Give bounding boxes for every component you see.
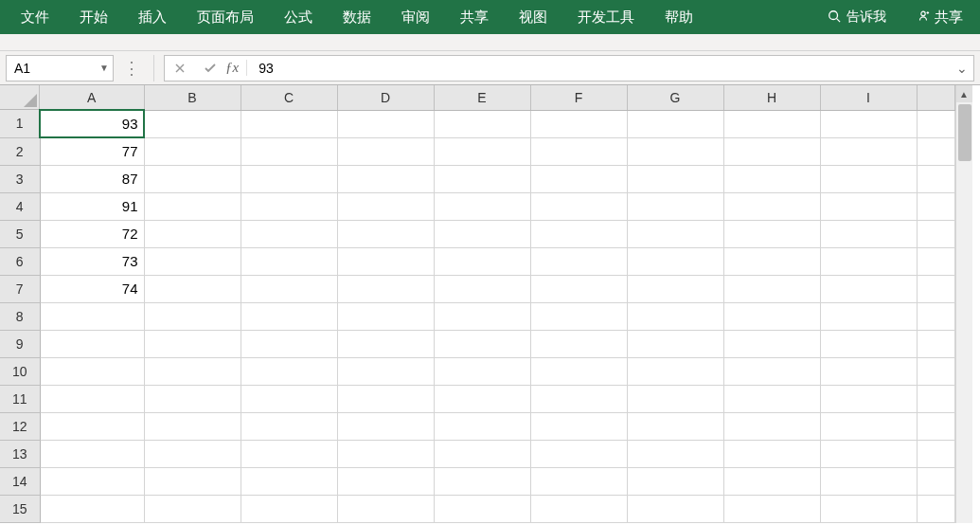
cell-E7[interactable]	[434, 275, 530, 302]
cell-I13[interactable]	[820, 440, 917, 467]
column-header-B[interactable]: B	[144, 85, 241, 110]
column-header-I[interactable]: I	[820, 85, 917, 110]
row-header-6[interactable]: 6	[0, 247, 40, 275]
cell-C15[interactable]	[241, 495, 337, 522]
cell-H3[interactable]	[723, 165, 820, 192]
cell-extra-3[interactable]	[917, 165, 954, 192]
cell-E1[interactable]	[434, 110, 530, 137]
cell-B2[interactable]	[144, 137, 241, 165]
spreadsheet-grid[interactable]: A B C D E F G H I 1932773874915726737748…	[0, 85, 955, 523]
cell-I6[interactable]	[820, 247, 917, 275]
cell-H6[interactable]	[723, 247, 820, 275]
tab-insert[interactable]: 插入	[123, 0, 182, 34]
cell-C3[interactable]	[241, 165, 337, 192]
cell-extra-8[interactable]	[917, 302, 954, 330]
column-header-extra[interactable]	[917, 85, 954, 110]
row-header-8[interactable]: 8	[0, 302, 40, 330]
cell-G8[interactable]	[627, 302, 723, 330]
cell-F4[interactable]	[530, 192, 627, 220]
cell-H11[interactable]	[723, 385, 820, 412]
column-header-D[interactable]: D	[337, 85, 434, 110]
name-box[interactable]: A1 ▼	[6, 55, 114, 81]
fx-icon[interactable]: ƒx	[225, 60, 247, 76]
cell-F11[interactable]	[530, 385, 627, 412]
cell-C14[interactable]	[241, 467, 337, 495]
cell-G9[interactable]	[627, 330, 723, 357]
row-header-4[interactable]: 4	[0, 192, 40, 220]
cell-B7[interactable]	[144, 275, 241, 302]
cell-D6[interactable]	[337, 247, 434, 275]
cell-C6[interactable]	[241, 247, 337, 275]
cell-G7[interactable]	[627, 275, 723, 302]
cell-A13[interactable]	[40, 440, 144, 467]
row-header-7[interactable]: 7	[0, 275, 40, 302]
tab-formulas[interactable]: 公式	[269, 0, 328, 34]
row-header-14[interactable]: 14	[0, 467, 40, 495]
chevron-down-icon[interactable]: ▼	[99, 63, 109, 73]
tab-data[interactable]: 数据	[328, 0, 386, 34]
cell-D12[interactable]	[337, 412, 434, 440]
cell-B1[interactable]	[144, 110, 241, 137]
cell-E8[interactable]	[434, 302, 530, 330]
column-header-C[interactable]: C	[241, 85, 337, 110]
tab-view[interactable]: 视图	[504, 0, 562, 34]
cell-G3[interactable]	[627, 165, 723, 192]
cell-C13[interactable]	[241, 440, 337, 467]
row-header-10[interactable]: 10	[0, 357, 40, 385]
cell-C9[interactable]	[241, 330, 337, 357]
cell-A5[interactable]: 72	[40, 220, 144, 247]
tab-help[interactable]: 帮助	[650, 0, 708, 34]
cell-C12[interactable]	[241, 412, 337, 440]
column-header-F[interactable]: F	[530, 85, 627, 110]
tab-developer[interactable]: 开发工具	[562, 0, 650, 34]
cell-F10[interactable]	[530, 357, 627, 385]
cell-C4[interactable]	[241, 192, 337, 220]
column-header-G[interactable]: G	[627, 85, 723, 110]
cell-G11[interactable]	[627, 385, 723, 412]
tab-share-tab[interactable]: 共享	[445, 0, 504, 34]
cell-extra-13[interactable]	[917, 440, 954, 467]
cell-E4[interactable]	[434, 192, 530, 220]
cell-B3[interactable]	[144, 165, 241, 192]
cell-H4[interactable]	[723, 192, 820, 220]
cell-C10[interactable]	[241, 357, 337, 385]
cell-extra-1[interactable]	[917, 110, 954, 137]
cell-A10[interactable]	[40, 357, 144, 385]
cell-I10[interactable]	[820, 357, 917, 385]
cell-extra-7[interactable]	[917, 275, 954, 302]
cell-F5[interactable]	[530, 220, 627, 247]
cell-extra-5[interactable]	[917, 220, 954, 247]
cell-extra-14[interactable]	[917, 467, 954, 495]
cell-E3[interactable]	[434, 165, 530, 192]
cell-extra-2[interactable]	[917, 137, 954, 165]
cell-C5[interactable]	[241, 220, 337, 247]
cell-F9[interactable]	[530, 330, 627, 357]
cell-C11[interactable]	[241, 385, 337, 412]
cell-G12[interactable]	[627, 412, 723, 440]
enter-formula-button[interactable]	[195, 56, 225, 81]
cell-H12[interactable]	[723, 412, 820, 440]
cancel-formula-button[interactable]	[165, 56, 195, 81]
cell-G1[interactable]	[627, 110, 723, 137]
cell-A3[interactable]: 87	[40, 165, 144, 192]
row-header-2[interactable]: 2	[0, 137, 40, 165]
row-header-12[interactable]: 12	[0, 412, 40, 440]
cell-H14[interactable]	[723, 467, 820, 495]
cell-D4[interactable]	[337, 192, 434, 220]
cell-C1[interactable]	[241, 110, 337, 137]
formula-input[interactable]	[255, 61, 951, 76]
cell-E2[interactable]	[434, 137, 530, 165]
cell-I12[interactable]	[820, 412, 917, 440]
cell-D14[interactable]	[337, 467, 434, 495]
cell-H5[interactable]	[723, 220, 820, 247]
cell-B11[interactable]	[144, 385, 241, 412]
cell-A2[interactable]: 77	[40, 137, 144, 165]
cell-E10[interactable]	[434, 357, 530, 385]
cell-G13[interactable]	[627, 440, 723, 467]
cell-H10[interactable]	[723, 357, 820, 385]
cell-I3[interactable]	[820, 165, 917, 192]
tab-page-layout[interactable]: 页面布局	[182, 0, 269, 34]
cell-D3[interactable]	[337, 165, 434, 192]
cell-H7[interactable]	[723, 275, 820, 302]
row-header-1[interactable]: 1	[0, 110, 40, 137]
